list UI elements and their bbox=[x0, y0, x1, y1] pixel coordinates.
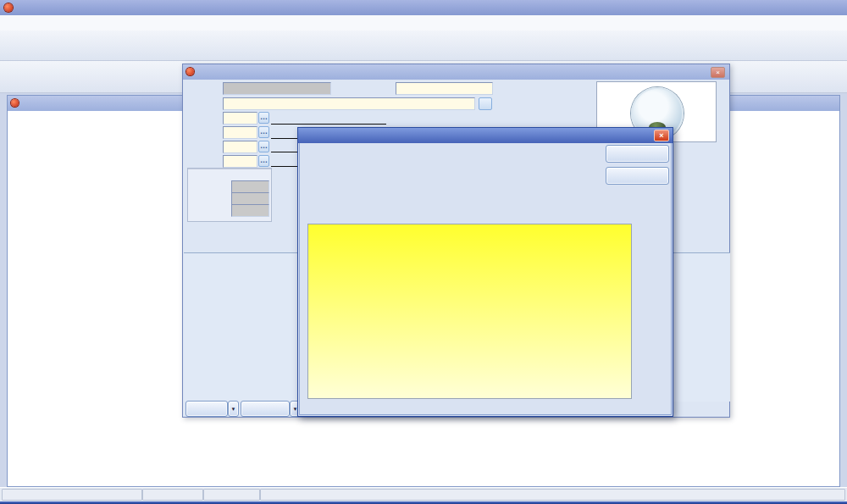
cumul-value bbox=[231, 204, 269, 217]
app-icon bbox=[4, 3, 13, 12]
clavier-picker-button[interactable]: … bbox=[258, 141, 269, 152]
libelle-field[interactable] bbox=[223, 97, 475, 110]
code-field[interactable] bbox=[223, 82, 331, 95]
marque-field[interactable] bbox=[223, 155, 257, 168]
status-station bbox=[203, 489, 260, 501]
product-window-icon bbox=[186, 68, 194, 75]
famille-num-field[interactable] bbox=[223, 126, 257, 139]
close-icon[interactable]: × bbox=[654, 130, 669, 141]
main-titlebar bbox=[0, 0, 847, 16]
site-central-value bbox=[231, 180, 269, 193]
status-bar bbox=[0, 487, 847, 502]
infos-stock-title bbox=[188, 169, 271, 169]
groupe-name bbox=[271, 112, 386, 125]
paperclip-icon[interactable] bbox=[479, 97, 492, 110]
close-icon[interactable]: × bbox=[711, 67, 725, 78]
annuler-button[interactable] bbox=[606, 167, 669, 185]
magasins-value bbox=[231, 192, 269, 205]
bar-chart bbox=[308, 224, 631, 398]
groupe-num-field[interactable] bbox=[223, 112, 257, 125]
list-window-icon bbox=[11, 99, 19, 107]
main-toolbar bbox=[0, 30, 847, 61]
actions-button[interactable] bbox=[185, 401, 228, 417]
imprime-button[interactable] bbox=[606, 145, 669, 163]
status-licence bbox=[142, 489, 203, 501]
marque-picker-button[interactable]: … bbox=[258, 155, 269, 167]
famille-picker-button[interactable]: … bbox=[258, 126, 269, 138]
code-interne-field[interactable] bbox=[396, 82, 493, 95]
application-window: × … … … … bbox=[0, 0, 847, 504]
product-window-titlebar[interactable] bbox=[183, 64, 729, 80]
clavier-field[interactable] bbox=[223, 141, 257, 153]
stats-dialog: × bbox=[297, 127, 673, 417]
menu-bar bbox=[0, 15, 847, 31]
stats-dialog-titlebar[interactable] bbox=[298, 128, 673, 143]
status-company bbox=[2, 489, 142, 501]
imprimer-button[interactable] bbox=[241, 401, 290, 417]
status-empty bbox=[260, 489, 845, 501]
groupe-picker-button[interactable]: … bbox=[258, 112, 269, 124]
actions-dropdown-icon[interactable]: ▼ bbox=[228, 401, 239, 417]
chart-panel bbox=[307, 224, 632, 399]
